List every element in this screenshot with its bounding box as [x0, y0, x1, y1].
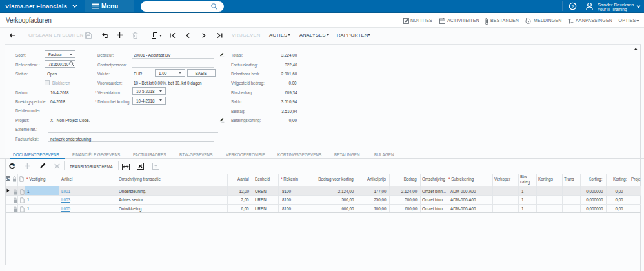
svg-text:?: ?	[571, 4, 574, 10]
